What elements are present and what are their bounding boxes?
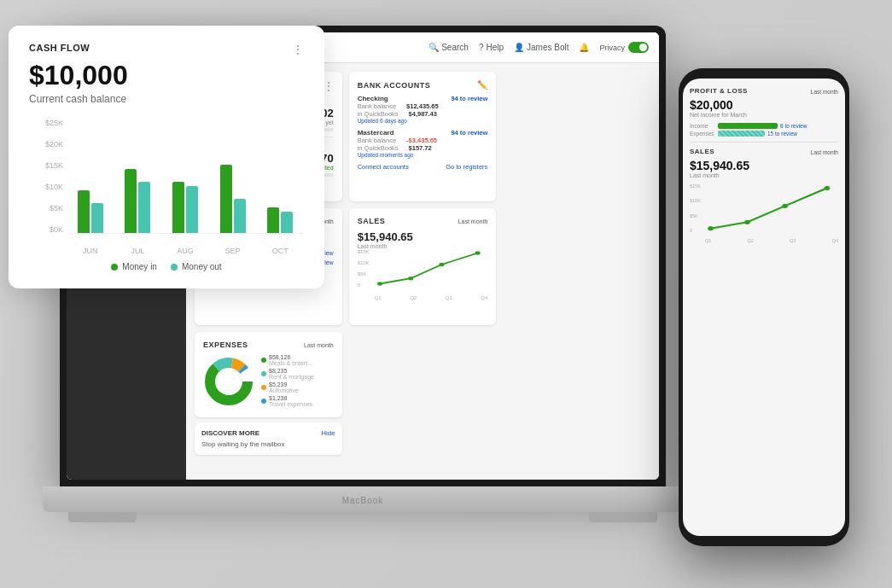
discover-text: Stop waiting by the mailbox: [201, 440, 335, 448]
money-in-label: Money in: [122, 262, 157, 271]
bar-jul-teal: [138, 182, 150, 233]
bar-jun-green: [78, 190, 90, 233]
bar-jul-green: [125, 169, 137, 233]
bell-icon: 🔔: [579, 43, 589, 52]
bank-edit-icon[interactable]: ✏️: [477, 80, 487, 90]
user-nav[interactable]: 👤 James Bolt: [514, 43, 568, 52]
discover-hide[interactable]: Hide: [321, 429, 335, 437]
search-icon: 🔍: [429, 43, 439, 52]
phone-expenses-review[interactable]: 15 to review: [767, 131, 797, 137]
checking-qb-label: in QuickBooks: [358, 110, 399, 118]
expense-period[interactable]: Last month: [304, 342, 334, 348]
bank-row-mastercard: Mastercard 94 to review Bank balance -$3…: [358, 129, 488, 158]
laptop-base: [43, 486, 683, 512]
toggle-switch[interactable]: [628, 42, 649, 53]
mastercard-qb-label: in QuickBooks: [358, 144, 399, 152]
donut-legend: $58,126Meals & entert... $8,235Rent & mo…: [261, 354, 334, 409]
sales-sub-label: Last month: [358, 243, 488, 249]
phone-sales-title: SALES: [690, 148, 714, 155]
cashflow-menu-icon[interactable]: ⋮: [292, 43, 304, 56]
phone-sales-sub: Last month: [690, 172, 838, 178]
mastercard-qb: $157.72: [409, 144, 432, 152]
svg-point-3: [475, 251, 480, 255]
cashflow-subtitle: Current cash balance: [29, 93, 304, 105]
phone-sales-chart: $15K $10K $5K 0 Q1 Q2: [690, 183, 838, 243]
phone-income-review[interactable]: 8 to review: [780, 123, 807, 129]
phone-income-label: Income: [690, 123, 715, 129]
mastercard-updated: Updated moments ago: [358, 152, 488, 158]
bank-row-checking: Checking 94 to review Bank balance $12,4…: [358, 95, 488, 124]
checking-name: Checking: [358, 95, 388, 102]
help-nav[interactable]: ? Help: [479, 43, 504, 52]
bottom-left-col: EXPENSES Last month: [195, 332, 342, 471]
svg-point-11: [782, 204, 788, 208]
laptop-foot-left: [68, 512, 137, 522]
svg-point-8: [217, 370, 241, 393]
chart-legend: Money in Money out: [29, 262, 304, 271]
bar-aug-green: [172, 182, 184, 233]
phone: PROFIT & LOSS Last month $20,000 Net inc…: [679, 68, 849, 546]
checking-balance: $12,435.65: [406, 102, 439, 110]
help-icon: ?: [479, 43, 484, 52]
expense-title: EXPENSES: [203, 341, 248, 349]
search-nav[interactable]: 🔍 Search: [429, 43, 469, 52]
money-out-legend-dot: [171, 264, 178, 271]
checking-balance-label: Bank balance: [358, 102, 396, 110]
phone-content: PROFIT & LOSS Last month $20,000 Net inc…: [683, 79, 845, 252]
money-out-label: Money out: [182, 262, 222, 271]
privacy-toggle[interactable]: Privacy: [599, 42, 649, 53]
cashflow-bar-chart: $25K $20K $15K $10K $5K $0K: [29, 119, 304, 255]
svg-point-10: [744, 220, 750, 224]
bank-title: BANK ACCOUNTS: [358, 81, 431, 90]
toggle-knob: [639, 44, 647, 51]
notification-nav[interactable]: 🔔: [579, 43, 589, 52]
phone-divider: [690, 142, 838, 143]
sales-period[interactable]: Last month: [458, 218, 488, 224]
mastercard-review[interactable]: 94 to review: [451, 129, 487, 137]
go-to-registers-link[interactable]: Go to registers: [446, 163, 487, 171]
connect-accounts-link[interactable]: Connect accounts: [358, 163, 409, 171]
checking-updated: Updated 6 days ago: [358, 118, 488, 124]
checking-review[interactable]: 94 to review: [451, 95, 487, 102]
discover-more-card: DISCOVER MORE Hide Stop waiting by the m…: [195, 422, 342, 455]
phone-pl-net: Net income for March: [690, 112, 838, 118]
bar-jun-teal: [91, 203, 103, 233]
mastercard-balance-label: Bank balance: [358, 137, 396, 144]
laptop-foot-right: [589, 512, 657, 522]
svg-point-12: [825, 186, 831, 190]
phone-pl-period[interactable]: Last month: [811, 89, 838, 95]
svg-point-2: [439, 263, 444, 267]
phone-expenses-bar: [718, 131, 765, 137]
phone-expenses-label: Expenses: [690, 131, 715, 137]
phone-sales-amount: $15,940.65: [690, 159, 838, 172]
phone-screen: PROFIT & LOSS Last month $20,000 Net inc…: [683, 79, 845, 536]
expense-donut: [203, 356, 254, 407]
user-icon: 👤: [514, 43, 524, 52]
cashflow-amount: $10,000: [29, 60, 304, 91]
expense-breakdown-card: EXPENSES Last month: [195, 332, 342, 417]
sales-card: SALES Last month $15,940.65 Last month $…: [349, 208, 497, 325]
svg-point-0: [377, 282, 382, 286]
mastercard-balance: -$3,435.65: [406, 137, 437, 144]
bar-oct-teal: [281, 212, 293, 233]
money-in-legend-dot: [111, 264, 118, 271]
phone-sales-period[interactable]: Last month: [811, 149, 838, 155]
phone-pl-title: PROFIT & LOSS: [690, 87, 748, 95]
bar-aug-teal: [186, 186, 198, 233]
bar-oct-green: [267, 207, 279, 233]
mastercard-name: Mastercard: [358, 129, 394, 137]
invoices-menu[interactable]: ⋮: [324, 80, 334, 92]
sales-chart: $15K $10K $5K 0: [358, 249, 488, 300]
svg-point-9: [708, 226, 714, 230]
sales-amount: $15,940.65: [358, 230, 488, 243]
cashflow-title: CASH FLOW: [29, 43, 90, 53]
checking-qb: $4,987.43: [409, 110, 437, 118]
sales-title: SALES: [358, 217, 386, 225]
discover-title: DISCOVER MORE: [201, 429, 259, 437]
bar-sep-teal: [234, 199, 246, 233]
bar-sep-green: [220, 165, 232, 233]
phone-income-bar: [718, 123, 778, 129]
svg-point-1: [408, 277, 413, 281]
cashflow-card: CASH FLOW ⋮ $10,000 Current cash balance…: [9, 26, 324, 288]
phone-pl-amount: $20,000: [690, 98, 838, 112]
